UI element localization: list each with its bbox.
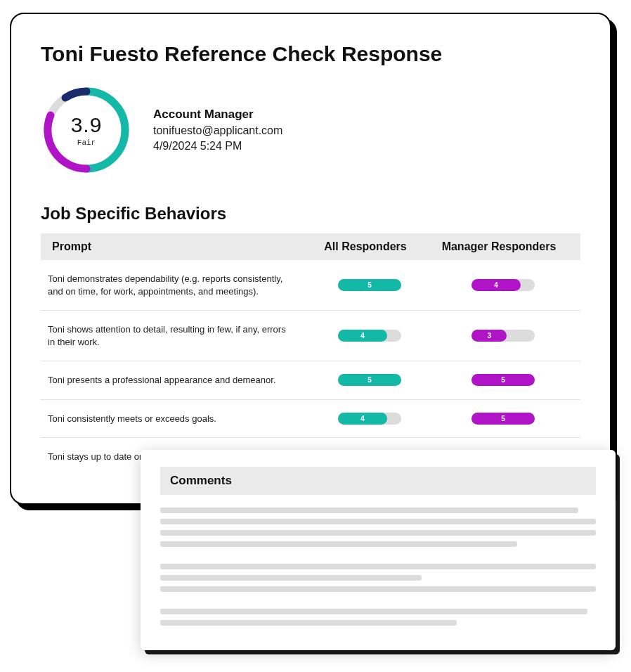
skeleton-line	[160, 575, 422, 581]
pill-track: 5	[338, 279, 401, 291]
score-center: 3.9 Fair	[41, 84, 132, 176]
pill-fill-all: 4	[338, 330, 387, 342]
section-title: Job Specific Behaviors	[41, 204, 580, 224]
table-row: Toni demonstrates dependability (e.g. re…	[41, 260, 580, 311]
page-title: Toni Fuesto Reference Check Response	[41, 42, 580, 66]
comment-skeleton	[160, 564, 596, 592]
all-score: 5	[306, 279, 433, 291]
comments-card: Comments	[141, 450, 616, 650]
mgr-score: 3	[433, 330, 573, 342]
all-score: 4	[306, 413, 433, 425]
pill-fill-mgr: 4	[471, 279, 521, 291]
pill-fill-mgr: 3	[471, 330, 507, 342]
col-header-all: All Responders	[302, 240, 429, 253]
pill-track: 5	[471, 374, 535, 386]
comment-skeleton	[160, 508, 596, 547]
pill-track: 5	[471, 413, 535, 425]
skeleton-line	[160, 620, 457, 626]
col-header-mgr: Manager Responders	[429, 240, 569, 253]
skeleton-line	[160, 609, 587, 614]
table-row: Toni presents a professional appearance …	[41, 361, 580, 400]
table-row: Toni shows attention to detail, resultin…	[41, 311, 580, 361]
score-ring: 3.9 Fair	[41, 84, 132, 176]
pill-fill-all: 5	[338, 279, 401, 291]
pill-fill-all: 4	[338, 413, 387, 425]
pill-track: 5	[338, 374, 401, 386]
table-header: Prompt All Responders Manager Responders	[41, 233, 580, 260]
pill-track: 4	[338, 330, 401, 342]
prompt-text: Toni shows attention to detail, resultin…	[48, 323, 306, 348]
pill-track: 4	[471, 279, 535, 291]
pill-fill-mgr: 5	[471, 413, 535, 425]
summary-row: 3.9 Fair Account Manager tonifuesto@appl…	[41, 84, 580, 176]
pill-fill-all: 5	[338, 374, 401, 386]
all-score: 5	[306, 374, 433, 386]
score-label: Fair	[77, 138, 96, 147]
mgr-score: 5	[433, 374, 573, 386]
skeleton-line	[160, 586, 596, 592]
applicant-info: Account Manager tonifuesto@applicant.com…	[153, 108, 282, 153]
all-score: 4	[306, 330, 433, 342]
pill-track: 3	[471, 330, 535, 342]
mgr-score: 5	[433, 413, 573, 425]
skeleton-line	[160, 519, 596, 524]
skeleton-line	[160, 508, 578, 513]
score-value: 3.9	[71, 113, 103, 137]
applicant-email: tonifuesto@applicant.com	[153, 124, 282, 137]
skeleton-line	[160, 530, 596, 536]
skeleton-line	[160, 541, 517, 547]
table-row: Toni consistently meets or exceeds goals…	[41, 400, 580, 439]
col-header-prompt: Prompt	[52, 240, 302, 253]
skeleton-line	[160, 564, 596, 569]
mgr-score: 4	[433, 279, 573, 291]
pill-track: 4	[338, 413, 401, 425]
pill-fill-mgr: 5	[471, 374, 535, 386]
comment-skeleton	[160, 609, 596, 626]
applicant-datetime: 4/9/2024 5:24 PM	[153, 140, 282, 153]
reference-report-card: Toni Fuesto Reference Check Response 3.9…	[10, 13, 611, 505]
prompt-text: Toni demonstrates dependability (e.g. re…	[48, 273, 306, 297]
prompt-text: Toni consistently meets or exceeds goals…	[48, 413, 306, 425]
comments-header: Comments	[160, 467, 596, 495]
applicant-role: Account Manager	[153, 108, 282, 122]
prompt-text: Toni presents a professional appearance …	[48, 374, 306, 387]
